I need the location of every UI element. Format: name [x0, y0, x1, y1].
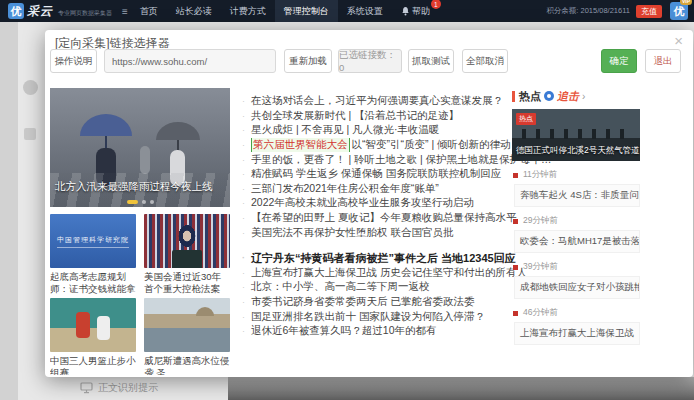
nav-item-webmaster[interactable]: 站长必读 [167, 0, 221, 22]
bullet-icon: · [242, 111, 245, 121]
headline-selected-highlight[interactable]: 第六届世界智能大会 [251, 138, 350, 153]
headline-text: 退休近6年被查算久吗？超过10年的都有 [251, 324, 437, 338]
hotspot-item-title[interactable]: 成都地铁回应女子对小孩跳艳舞 [514, 276, 640, 299]
bullet-icon: · [242, 169, 245, 179]
bullet-icon: · [242, 312, 245, 322]
nav-item-home[interactable]: 首页 [131, 0, 167, 22]
card-caption[interactable]: 起底高考志愿规划师：证书交钱就能拿 [50, 271, 136, 295]
logo-text: 采云 [27, 3, 53, 20]
nav-item-pricing[interactable]: 计费方式 [221, 0, 275, 22]
time-label: 29分钟前 [523, 215, 558, 227]
carousel-dot[interactable] [150, 200, 154, 204]
background-left-rail [0, 22, 18, 400]
exit-button[interactable]: 退出 [645, 49, 681, 73]
nav-item-settings[interactable]: 系统设置 [338, 0, 392, 22]
hotspot-title: 热点 [519, 89, 541, 104]
headline-text: 2022年高校未就业高校毕业生服务攻坚行动启动 [251, 196, 474, 210]
hotspot-subtitle: 追击 [557, 89, 579, 104]
headline-text: 以“智变”引“质变” | 倾听创新的律动 [352, 138, 511, 152]
card-image-academy-sign[interactable]: 中国管理科学研究院 [50, 214, 136, 268]
bullet-icon: · [242, 297, 245, 307]
bullet-icon: · [242, 96, 245, 106]
dome-shape [196, 307, 214, 316]
monitor-icon [80, 382, 93, 394]
bullet-icon: · [242, 228, 245, 238]
card-caption[interactable]: 美国会通过近30年首个重大控枪法案 [144, 271, 230, 295]
hotspot-item-title[interactable]: 上海宣布打赢大上海保卫战 [514, 322, 640, 345]
hotspot-header[interactable]: 热点 追击 › [512, 89, 642, 103]
headline-text: 在这场对话会上，习近平为何强调要真心实意谋发展？ [251, 94, 503, 108]
top-navbar: 优 采云 专业网页数据采集器 ≡ 首页 站长必读 计费方式 管理控制台 系统设置… [0, 0, 694, 22]
card-caption[interactable]: 中国三人男篮止步小组赛 [50, 355, 136, 375]
headline-text: 国足亚洲排名跌出前十 国家队建设为何陷入停滞？ [251, 310, 485, 324]
close-icon[interactable]: × [674, 32, 683, 49]
card-caption[interactable]: 威尼斯遭遇高水位侵袭 圣 [144, 355, 230, 375]
headline-text: 北京：中小学、高一高二等下周一返校 [251, 280, 430, 294]
hotspot-item-title[interactable]: 欧委会：马航MH17是被击落 [514, 230, 640, 253]
instructions-button[interactable]: 操作说明 [50, 49, 97, 73]
logo-icon: 优 [8, 3, 24, 19]
red-square-bullet-icon [513, 173, 518, 178]
time-label: 11分钟前 [523, 169, 557, 181]
bell-icon [401, 6, 410, 16]
notification-badge: 1 [431, 0, 441, 9]
hotspot-item-title[interactable]: 奔驰车起火 4S店：非质量问题 [514, 184, 640, 207]
selected-links-counter: 已选链接数：0 [338, 49, 402, 73]
confirm-button[interactable]: 确定 [601, 49, 637, 73]
hotspot-item-time: 11分钟前 [513, 169, 642, 181]
industrial-silhouette [522, 129, 630, 139]
bullet-icon: · [242, 268, 245, 278]
white-jersey-shape [97, 316, 110, 340]
nav-item-help[interactable]: 帮助 1 [392, 0, 439, 22]
navbar-right: 积分余额: 2015/08/21611 充值 优 VIP [546, 2, 688, 20]
link-selector-modal: [定向采集]链接选择器 × 操作说明 重新加载 已选链接数：0 抓取测试 全部取… [45, 30, 693, 377]
card-image-biden-flags[interactable] [144, 214, 230, 268]
carousel-dot[interactable] [142, 200, 146, 204]
red-square-bullet-icon [513, 311, 518, 316]
bullet-icon: · [242, 253, 245, 263]
app-logo[interactable]: 优 采云 专业网页数据采集器 [8, 3, 112, 20]
featured-caption: 德国正式叫停北溪2号天然气管道 [516, 145, 640, 157]
bullet-icon: · [242, 140, 245, 150]
nav-item-console[interactable]: 管理控制台 [275, 0, 338, 22]
featured-image-nord-stream[interactable]: 热点 德国正式叫停北溪2号天然气管道 [512, 109, 640, 161]
headline-text: 手里的饭，更香了！ | 聆听土地之歌 | 保护黑土地就是保护每个… [251, 153, 552, 167]
nav-help-label: 帮助 [412, 5, 430, 18]
vip-logo[interactable]: 优 VIP [670, 2, 688, 20]
reload-button[interactable]: 重新加载 [284, 49, 332, 73]
hotspot-item: 39分钟前 成都地铁回应女子对小孩跳艳舞 [512, 261, 642, 299]
orange-bar-icon [512, 91, 515, 102]
carousel-dot-active[interactable] [127, 200, 138, 204]
hotspot-item-time: 46分钟前 [513, 307, 642, 319]
headline-text: 共创全球发展新时代 | 【沿着总书记的足迹】 [251, 109, 459, 123]
capture-test-button[interactable]: 抓取测试 [408, 49, 454, 73]
hot-badge: 热点 [516, 113, 536, 125]
hamburger-icon: ≡ [122, 6, 128, 17]
time-label: 39分钟前 [523, 261, 558, 273]
background-avatar-icon [23, 80, 38, 95]
hotspot-item-time: 39分钟前 [513, 261, 642, 273]
headline-text: 美国宪法不再保护女性堕胎权 联合国官员批 [251, 226, 453, 240]
embedded-webpage: 北方入汛来最强降雨过程今夜上线 中国管理科学研究院 起底高考志愿规划师：证书交钱… [50, 83, 688, 375]
card-image-venice-flood[interactable] [144, 298, 230, 352]
body-recognition-hint-label: 正文识别提示 [98, 381, 158, 395]
bullet-icon: · [242, 282, 245, 292]
hotspot-item-time: 29分钟前 [513, 215, 642, 227]
hotspot-sidebar: 热点 追击 › 热点 德国正式叫停北溪2号天然气管道 11分钟前 奔驰车起火 [512, 89, 642, 345]
cancel-all-button[interactable]: 全部取消 [462, 49, 508, 73]
podium-shape [172, 250, 202, 268]
url-input[interactable] [104, 49, 276, 73]
chevron-right-icon[interactable]: › [582, 91, 585, 102]
account-balance: 积分余额: 2015/08/21611 [546, 6, 630, 16]
carousel-rain-photo[interactable]: 北方入汛来最强降雨过程今夜上线 [50, 88, 230, 207]
sign-plaque-text: 中国管理科学研究院 [57, 235, 129, 248]
hotspot-item: 46分钟前 上海宣布打赢大上海保卫战 [512, 307, 642, 345]
bullet-icon: · [242, 155, 245, 165]
red-jersey-shape [76, 312, 90, 338]
bullet-icon: · [242, 184, 245, 194]
body-recognition-hint: 正文识别提示 [80, 381, 158, 395]
hotspot-item: 29分钟前 欧委会：马航MH17是被击落 [512, 215, 642, 253]
recharge-button[interactable]: 充值 [636, 5, 662, 18]
carousel-caption[interactable]: 北方入汛来最强降雨过程今夜上线 [55, 180, 213, 194]
card-image-basketball[interactable] [50, 298, 136, 352]
